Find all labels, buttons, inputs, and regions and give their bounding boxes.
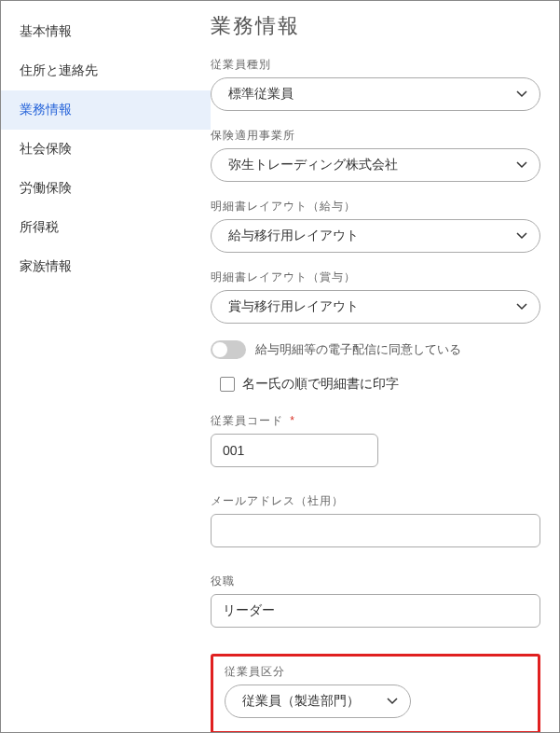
toggle-knob (212, 342, 227, 357)
sidebar-item-social-insurance[interactable]: 社会保険 (1, 130, 211, 169)
label-email: メールアドレス（社用） (211, 493, 540, 509)
field-insurance-office: 保険適用事業所 弥生トレーディング株式会社 (211, 128, 540, 182)
required-mark: * (290, 414, 295, 427)
label-employee-code: 従業員コード * (211, 413, 540, 429)
sidebar-item-address-contact[interactable]: 住所と連絡先 (1, 51, 211, 90)
select-payslip-layout-salary-value: 給与移行用レイアウト (228, 228, 359, 244)
sidebar-item-labor-insurance[interactable]: 労働保険 (1, 169, 211, 208)
label-payslip-layout-bonus: 明細書レイアウト（賞与） (211, 270, 540, 285)
input-position-value: リーダー (223, 602, 275, 619)
checkbox-name-order-row: 名ー氏の順で明細書に印字 (220, 376, 540, 393)
select-payslip-layout-bonus-value: 賞与移行用レイアウト (228, 298, 359, 315)
select-insurance-office[interactable]: 弥生トレーディング株式会社 (211, 148, 540, 182)
checkbox-name-order[interactable] (220, 377, 235, 392)
input-email[interactable] (211, 514, 540, 547)
sidebar-item-basic-info[interactable]: 基本情報 (1, 12, 211, 51)
field-email: メールアドレス（社用） (211, 493, 540, 547)
label-insurance-office: 保険適用事業所 (211, 128, 540, 144)
sidebar-item-family-info[interactable]: 家族情報 (1, 247, 211, 286)
sidebar-item-work-info[interactable]: 業務情報 (1, 90, 211, 130)
field-payslip-layout-salary: 明細書レイアウト（給与） 給与移行用レイアウト (211, 199, 540, 253)
label-employee-code-text: 従業員コード (211, 414, 283, 427)
label-employee-category: 従業員区分 (225, 664, 526, 680)
field-position: 役職 リーダー (211, 574, 540, 628)
field-employee-type: 従業員種別 標準従業員 (211, 57, 540, 111)
label-position: 役職 (211, 574, 540, 589)
input-employee-code-value: 001 (223, 443, 244, 458)
toggle-econsent-row: 給与明細等の電子配信に同意している (211, 340, 540, 359)
checkbox-name-order-label: 名ー氏の順で明細書に印字 (242, 376, 399, 393)
field-payslip-layout-bonus: 明細書レイアウト（賞与） 賞与移行用レイアウト (211, 270, 540, 324)
field-employee-code: 従業員コード * 001 (211, 413, 540, 467)
highlight-employee-category: 従業員区分 従業員（製造部門） (211, 654, 540, 732)
select-employee-category[interactable]: 従業員（製造部門） (225, 685, 411, 718)
toggle-econsent[interactable] (211, 340, 246, 359)
select-payslip-layout-bonus[interactable]: 賞与移行用レイアウト (211, 290, 540, 324)
select-insurance-office-value: 弥生トレーディング株式会社 (228, 157, 398, 173)
select-employee-category-value: 従業員（製造部門） (242, 693, 360, 710)
toggle-econsent-label: 給与明細等の電子配信に同意している (255, 341, 461, 358)
page-title: 業務情報 (211, 12, 540, 40)
label-employee-type: 従業員種別 (211, 57, 540, 73)
select-employee-type-value: 標準従業員 (228, 86, 294, 103)
sidebar-item-income-tax[interactable]: 所得税 (1, 208, 211, 247)
select-payslip-layout-salary[interactable]: 給与移行用レイアウト (211, 219, 540, 253)
label-payslip-layout-salary: 明細書レイアウト（給与） (211, 199, 540, 214)
main-content: 業務情報 従業員種別 標準従業員 保険適用事業所 弥生トレーディング株式会社 明… (211, 1, 559, 732)
select-employee-type[interactable]: 標準従業員 (211, 77, 540, 111)
sidebar: 基本情報 住所と連絡先 業務情報 社会保険 労働保険 所得税 家族情報 (1, 1, 211, 732)
input-employee-code[interactable]: 001 (211, 434, 378, 467)
input-position[interactable]: リーダー (211, 594, 540, 628)
